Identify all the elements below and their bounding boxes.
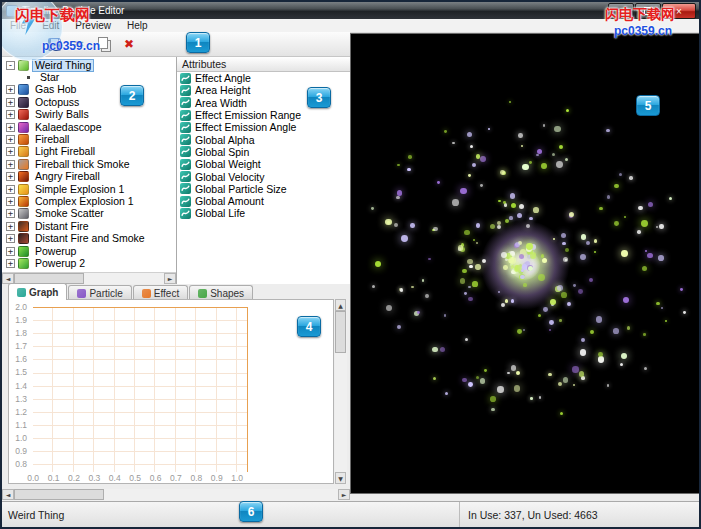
particle-dot [396, 196, 400, 200]
expand-icon[interactable]: + [6, 110, 15, 119]
particle-dot [462, 269, 467, 274]
particle-dot [507, 372, 509, 374]
tree-item[interactable]: -Weird Thing [4, 59, 174, 71]
expand-icon[interactable]: + [6, 123, 15, 132]
graph-v-scrollbar[interactable]: ▲ ▼ [335, 299, 347, 484]
x-axis-label: 0.5 [125, 473, 145, 483]
particle-dot [464, 230, 469, 235]
tree-item[interactable]: +Swirly Balls [4, 109, 174, 121]
scroll-thumb[interactable] [14, 489, 104, 500]
tree-item[interactable]: +Light Fireball [4, 146, 174, 158]
tab-particle[interactable]: Particle [68, 285, 131, 300]
particle-dot [647, 253, 653, 259]
tree-item-label: Light Fireball [32, 145, 98, 158]
expand-icon[interactable]: + [6, 85, 15, 94]
attribute-row[interactable]: Effect Angle [177, 72, 350, 84]
expand-icon[interactable]: + [6, 185, 15, 194]
tree-item[interactable]: +Octopuss [4, 96, 174, 108]
attribute-row[interactable]: Global Particle Size [177, 183, 350, 195]
tree-item[interactable]: +Simple Explosion 1 [4, 183, 174, 195]
tree-item[interactable]: +Powerup [4, 245, 174, 257]
particle-dot [504, 203, 507, 206]
graph-grid[interactable] [33, 307, 248, 472]
attribute-row[interactable]: Global Alpha [177, 133, 350, 145]
attribute-row[interactable]: Effect Emission Range [177, 109, 350, 121]
particle-dot [520, 275, 525, 280]
attribute-row[interactable]: Effect Emission Angle [177, 121, 350, 133]
scroll-down-icon[interactable]: ▼ [335, 472, 346, 484]
tab-graph[interactable]: Graph [8, 283, 67, 300]
scroll-track[interactable] [84, 273, 164, 284]
attribute-curve-icon [180, 97, 191, 108]
expand-icon[interactable]: + [6, 98, 15, 107]
x-axis-label: 0.4 [105, 473, 125, 483]
particle-effect-icon [18, 60, 29, 71]
y-axis-label: 2.0 [9, 301, 30, 314]
attribute-row[interactable]: Global Spin [177, 146, 350, 158]
tree-item[interactable]: +Complex Explosion 1 [4, 195, 174, 207]
tab-effect[interactable]: Effect [133, 285, 188, 300]
x-axis-label: 0.9 [207, 473, 227, 483]
attribute-row[interactable]: Global Weight [177, 158, 350, 170]
scroll-up-icon[interactable]: ▲ [335, 299, 346, 311]
x-axis-label: 0.8 [186, 473, 206, 483]
expand-icon[interactable]: + [6, 259, 15, 268]
tree-item[interactable]: +Powerup 2 [4, 257, 174, 269]
tree-item[interactable]: +Distant Fire and Smoke [4, 232, 174, 244]
tab-shapes[interactable]: Shapes [189, 285, 253, 300]
particle-dot [613, 328, 619, 334]
tree-item[interactable]: +Fireball thick Smoke [4, 158, 174, 170]
tree-item[interactable]: +Distant Fire [4, 220, 174, 232]
particle-dot [465, 338, 469, 342]
y-axis-label: 1.3 [9, 393, 30, 406]
scroll-track[interactable] [335, 353, 347, 472]
scroll-right-icon[interactable]: ► [164, 273, 176, 284]
attribute-label: Area Width [195, 97, 247, 109]
particle-dot [452, 199, 459, 206]
effects-tree: -Weird ThingStar+Gas Hob+Octopuss+Swirly… [4, 59, 174, 271]
expand-icon[interactable]: + [6, 234, 15, 243]
attribute-row[interactable]: Global Velocity [177, 170, 350, 182]
expand-icon[interactable]: + [6, 135, 15, 144]
tree-item[interactable]: +Angry Fireball [4, 171, 174, 183]
tree-item[interactable]: Star [4, 71, 174, 83]
particle-dot [680, 288, 683, 291]
expand-icon[interactable]: + [6, 172, 15, 181]
collapse-icon[interactable]: - [6, 61, 15, 70]
menu-item-help[interactable]: Help [119, 19, 156, 32]
particle-dot [537, 149, 542, 154]
tree-item[interactable]: +Gas Hob [4, 84, 174, 96]
particle-dot [432, 347, 438, 353]
tree-item[interactable]: +Fireball [4, 133, 174, 145]
particle-dot [433, 377, 437, 381]
watermark-site-name: 闪电下载网 [15, 6, 90, 25]
particle-dot [557, 285, 563, 291]
tree-item[interactable]: +Kalaedascope [4, 121, 174, 133]
expand-icon[interactable]: + [6, 197, 15, 206]
particle-dot [467, 132, 472, 137]
expand-icon[interactable]: + [6, 247, 15, 256]
x-axis-label: 0.0 [23, 473, 43, 483]
attributes-column-header[interactable]: Attributes [177, 57, 350, 72]
scroll-right-icon[interactable]: ► [338, 489, 350, 500]
scroll-track[interactable] [104, 489, 338, 501]
expand-icon[interactable]: + [6, 209, 15, 218]
scroll-thumb[interactable] [335, 311, 346, 353]
attribute-label: Effect Emission Angle [195, 121, 296, 133]
expand-icon[interactable]: + [6, 222, 15, 231]
toolbar-delete-button[interactable]: ✖ [119, 35, 139, 54]
x-axis-label: 0.6 [145, 473, 165, 483]
attribute-row[interactable]: Global Amount [177, 195, 350, 207]
particle-dot [543, 307, 548, 312]
attribute-row[interactable]: Global Life [177, 207, 350, 219]
particle-dot [460, 188, 467, 195]
expand-icon[interactable]: + [6, 147, 15, 156]
main-h-scrollbar[interactable]: ◄ ► [2, 489, 350, 501]
particle-dot [514, 385, 521, 392]
expand-icon[interactable]: + [6, 160, 15, 169]
y-axis-label: 1.0 [9, 432, 30, 445]
particle-dot [484, 369, 487, 372]
particle-dot [407, 168, 410, 171]
tree-item[interactable]: +Smoke Scatter [4, 208, 174, 220]
scroll-left-icon[interactable]: ◄ [2, 489, 14, 500]
